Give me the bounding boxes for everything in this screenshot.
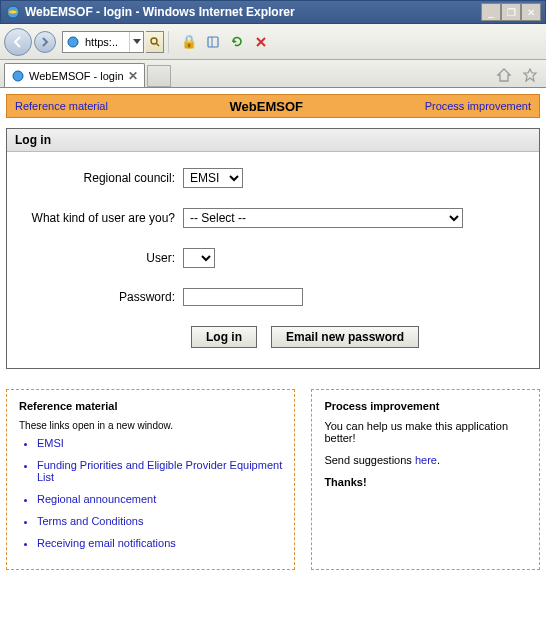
window-title: WebEMSOF - login - Windows Internet Expl… <box>25 5 481 19</box>
stop-icon[interactable] <box>250 31 272 53</box>
new-tab-button[interactable] <box>147 65 171 87</box>
page-content: Reference material WebEMSOF Process impr… <box>0 88 546 580</box>
user-kind-select[interactable]: -- Select -- <box>183 208 463 228</box>
tab-strip: WebEMSOF - login ✕ <box>0 60 546 88</box>
proc-line1: You can help us make this application be… <box>324 420 527 444</box>
favorites-icon[interactable] <box>518 63 542 87</box>
home-icon[interactable] <box>492 63 516 87</box>
tab-close-button[interactable]: ✕ <box>128 69 138 83</box>
address-bar[interactable]: https:.. <box>62 31 144 53</box>
address-dropdown-icon[interactable] <box>129 32 143 52</box>
back-button[interactable] <box>4 28 32 56</box>
ie-tab-icon <box>11 69 25 83</box>
ref-link[interactable]: Regional announcement <box>37 493 282 505</box>
suggestions-link[interactable]: here <box>415 454 437 466</box>
forward-button[interactable] <box>34 31 56 53</box>
ref-link[interactable]: EMSI <box>37 437 282 449</box>
label-council: Regional council: <box>25 171 183 185</box>
label-userkind: What kind of user are you? <box>25 211 183 225</box>
window-close-button[interactable]: ✕ <box>521 3 541 21</box>
tab-active[interactable]: WebEMSOF - login ✕ <box>4 63 145 87</box>
regional-council-select[interactable]: EMSI <box>183 168 243 188</box>
ref-panel-note: These links open in a new window. <box>19 420 282 431</box>
ie-page-icon <box>65 34 81 50</box>
browser-toolbar: https:.. 🔒 <box>0 24 546 60</box>
window-titlebar: WebEMSOF - login - Windows Internet Expl… <box>0 0 546 24</box>
email-password-button[interactable]: Email new password <box>271 326 419 348</box>
label-user: User: <box>25 251 183 265</box>
proc-thanks: Thanks! <box>324 476 527 488</box>
label-password: Password: <box>25 290 183 304</box>
login-panel: Log in Regional council: EMSI What kind … <box>6 128 540 369</box>
ref-link[interactable]: Terms and Conditions <box>37 515 282 527</box>
refresh-icon[interactable] <box>226 31 248 53</box>
tab-label: WebEMSOF - login <box>29 70 124 82</box>
window-maximize-button[interactable]: ❐ <box>501 3 521 21</box>
ref-panel-heading: Reference material <box>19 400 282 412</box>
header-proc-link[interactable]: Process improvement <box>425 100 531 112</box>
svg-point-8 <box>13 71 23 81</box>
app-header-bar: Reference material WebEMSOF Process impr… <box>6 94 540 118</box>
login-button[interactable]: Log in <box>191 326 257 348</box>
svg-line-3 <box>156 43 159 46</box>
lock-icon[interactable]: 🔒 <box>178 31 200 53</box>
proc-line2: Send suggestions here. <box>324 454 527 466</box>
window-minimize-button[interactable]: _ <box>481 3 501 21</box>
password-field[interactable] <box>183 288 303 306</box>
address-text: https:.. <box>83 36 129 48</box>
process-improvement-panel: Process improvement You can help us make… <box>311 389 540 570</box>
login-heading: Log in <box>7 129 539 152</box>
search-scope-dropdown[interactable] <box>146 31 164 53</box>
header-ref-link[interactable]: Reference material <box>15 100 108 112</box>
proc-panel-heading: Process improvement <box>324 400 527 412</box>
svg-rect-4 <box>208 37 218 47</box>
app-title: WebEMSOF <box>108 99 425 114</box>
user-select[interactable] <box>183 248 215 268</box>
svg-point-1 <box>68 37 78 47</box>
ie-icon <box>5 4 21 20</box>
reference-material-panel: Reference material These links open in a… <box>6 389 295 570</box>
ref-link[interactable]: Funding Priorities and Eligible Provider… <box>37 459 282 483</box>
ref-link[interactable]: Receiving email notifications <box>37 537 282 549</box>
compat-view-icon[interactable] <box>202 31 224 53</box>
